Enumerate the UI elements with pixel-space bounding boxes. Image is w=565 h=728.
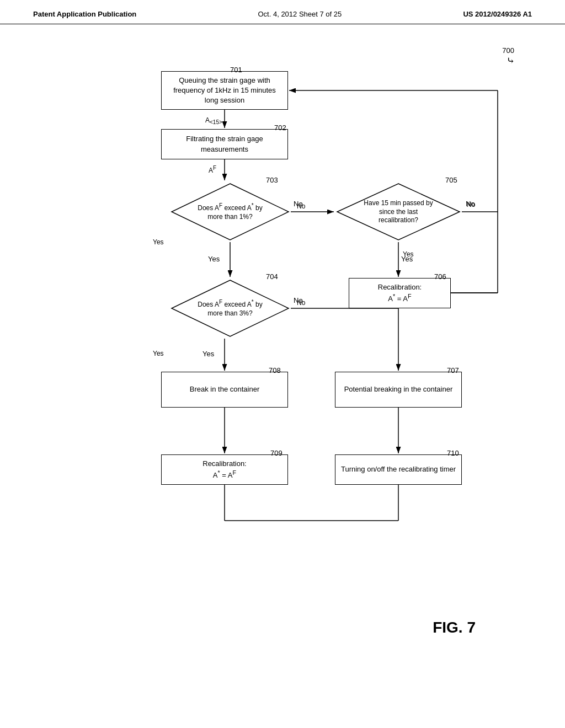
header-left: Patent Application Publication: [33, 10, 136, 18]
ref-702: 702: [274, 124, 286, 132]
node-706: Recalibration:A* = AF: [349, 278, 451, 308]
label-no-705: No: [467, 201, 475, 208]
node-707: Potential breaking in the container: [335, 372, 462, 408]
node-701: Queuing the strain gage with frequency o…: [161, 71, 288, 110]
node-702: Filtrating the strain gage measurements: [161, 129, 288, 159]
ref-706: 706: [434, 272, 446, 281]
fig-label: FIG. 7: [433, 619, 476, 636]
label-yes-703: Yes: [153, 238, 164, 246]
header-center: Oct. 4, 2012 Sheet 7 of 25: [258, 10, 342, 18]
ref-703: 703: [266, 176, 278, 184]
ref-707: 707: [447, 366, 459, 374]
a15-label: A<15>: [205, 116, 222, 125]
label-yes-704: Yes: [153, 350, 164, 357]
svg-text:Yes: Yes: [208, 255, 220, 263]
ref-701: 701: [230, 66, 242, 74]
node-708: Break in the container: [161, 372, 288, 408]
flowchart-diagram: 700⤷ Queuing the strain gage with freque…: [34, 41, 531, 647]
label-no-703: No: [297, 202, 305, 210]
node-709: Recalibration:A* = AF: [161, 454, 288, 485]
node-704: Does AF exceed A* by more than 3%?: [169, 278, 291, 339]
label-no-704: No: [297, 299, 305, 307]
ref-704: 704: [266, 272, 278, 281]
page-header: Patent Application Publication Oct. 4, 2…: [0, 0, 565, 24]
node-703: Does AF exceed A* by more than 1%?: [169, 181, 291, 242]
label-yes-705: Yes: [403, 250, 414, 258]
ref-709: 709: [270, 449, 282, 457]
ref-700: 700⤷: [502, 46, 514, 67]
header-right: US 2012/0249326 A1: [463, 10, 532, 18]
ref-705: 705: [445, 176, 457, 184]
node-710: Turning on/off the recalibrating timer: [335, 454, 462, 485]
svg-text:Yes: Yes: [202, 350, 215, 358]
af-label: AF: [209, 165, 216, 174]
ref-710: 710: [447, 449, 459, 457]
node-705: Have 15 min passed by since the last rec…: [335, 181, 462, 242]
ref-708: 708: [269, 366, 281, 374]
